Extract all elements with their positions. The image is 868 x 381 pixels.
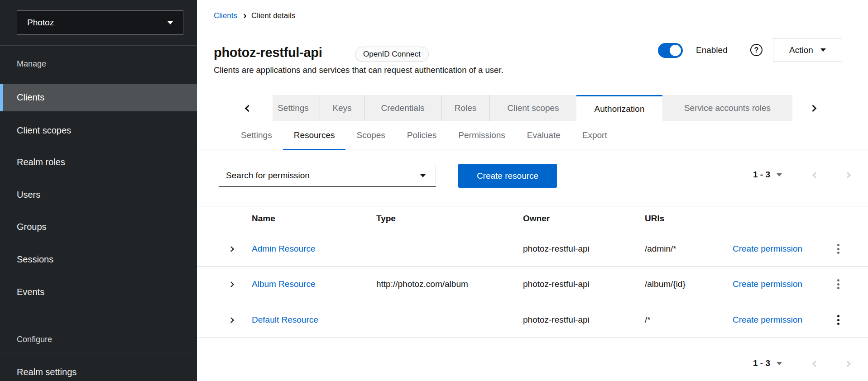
kebab-menu-icon[interactable]	[833, 302, 843, 338]
tab-service-accounts-roles[interactable]: Service accounts roles	[662, 95, 792, 121]
chevron-left-icon	[812, 361, 819, 367]
resource-name-link[interactable]: Admin Resource	[252, 232, 315, 266]
resource-owner: photoz-restful-api	[523, 302, 590, 338]
subtab-settings[interactable]: Settings	[230, 122, 283, 149]
enabled-label: Enabled	[696, 45, 728, 55]
page-title: photoz-restful-api	[214, 45, 322, 60]
sidebar-item-clients[interactable]: Clients	[0, 84, 197, 111]
main-tabs: Settings Keys Credentials Roles Client s…	[197, 95, 868, 121]
search-permission-select[interactable]: Search for permission	[219, 165, 436, 187]
tab-authorization[interactable]: Authorization	[576, 95, 662, 121]
breadcrumb-current: Client details	[251, 11, 295, 20]
resource-uris: /*	[645, 302, 651, 338]
table-header: Name Type Owner URIs	[197, 206, 868, 231]
tab-credentials[interactable]: Credentials	[364, 95, 441, 121]
table-row: Admin Resource photoz-restful-api /admin…	[197, 232, 868, 267]
sidebar: Photoz Manage Clients Client scopes Real…	[0, 0, 197, 381]
chevron-right-icon	[228, 281, 234, 287]
search-permission-value: Search for permission	[226, 171, 310, 181]
column-header-type: Type	[376, 206, 396, 231]
subtab-permissions[interactable]: Permissions	[447, 122, 516, 149]
toggle-knob-icon	[670, 45, 681, 56]
chevron-right-icon	[228, 317, 234, 323]
pagination-next-button[interactable]	[842, 358, 854, 370]
create-permission-link[interactable]: Create permission	[733, 267, 802, 302]
sidebar-section-configure: Configure	[17, 335, 52, 344]
tab-scroll-right-button[interactable]	[807, 95, 819, 121]
chevron-left-icon	[245, 105, 252, 112]
breadcrumb: Clients Client details	[214, 11, 295, 20]
sidebar-item-realm-settings[interactable]: Realm settings	[0, 358, 197, 381]
action-label: Action	[789, 45, 813, 55]
tab-scroll-left-button[interactable]	[242, 95, 254, 121]
client-description: Clients are applications and services th…	[214, 65, 504, 75]
chevron-right-icon	[844, 172, 851, 178]
pagination-next-button[interactable]	[842, 169, 854, 181]
table-row: Default Resource photoz-restful-api /* C…	[197, 302, 868, 338]
resource-name-link[interactable]: Default Resource	[252, 302, 318, 338]
tab-settings[interactable]: Settings	[273, 95, 320, 121]
create-resource-button[interactable]: Create resource	[458, 164, 557, 188]
row-expand-button[interactable]	[225, 302, 237, 338]
sidebar-section-manage: Manage	[17, 59, 46, 69]
enabled-toggle[interactable]	[658, 43, 683, 58]
kebab-menu-icon[interactable]	[833, 267, 843, 302]
sidebar-item-groups[interactable]: Groups	[0, 213, 197, 240]
pagination-prev-button[interactable]	[810, 358, 821, 370]
action-dropdown-button[interactable]: Action	[773, 38, 842, 62]
subtab-export[interactable]: Export	[571, 122, 618, 149]
resource-uris: /admin/*	[645, 232, 676, 266]
resource-owner: photoz-restful-api	[523, 232, 590, 266]
breadcrumb-chevron-icon	[242, 14, 247, 19]
help-icon[interactable]: ?	[750, 44, 762, 56]
chevron-down-icon	[820, 48, 826, 52]
chevron-down-icon	[777, 173, 782, 176]
sidebar-divider	[0, 353, 197, 353]
chevron-down-icon	[777, 362, 782, 365]
main-content: Clients Client details photoz-restful-ap…	[197, 0, 868, 381]
resource-type: http://photoz.com/album	[376, 267, 468, 302]
pagination-range-dropdown[interactable]: 1 - 3	[753, 358, 782, 368]
chevron-right-icon	[844, 361, 851, 367]
subtab-resources[interactable]: Resources	[283, 122, 346, 149]
protocol-badge: OpenID Connect	[355, 47, 429, 62]
chevron-right-icon	[809, 105, 816, 112]
column-header-uris: URIs	[645, 206, 664, 231]
subtab-evaluate[interactable]: Evaluate	[516, 122, 571, 149]
resource-owner: photoz-restful-api	[523, 267, 590, 302]
tab-keys[interactable]: Keys	[320, 95, 364, 121]
row-expand-button[interactable]	[225, 267, 237, 302]
realm-selector[interactable]: Photoz	[17, 10, 183, 35]
authorization-subtabs: Settings Resources Scopes Policies Permi…	[197, 122, 868, 149]
sidebar-item-client-scopes[interactable]: Client scopes	[0, 117, 197, 144]
tab-client-scopes[interactable]: Client scopes	[490, 95, 576, 121]
table-row: Album Resource http://photoz.com/album p…	[197, 267, 868, 302]
chevron-down-icon	[168, 21, 173, 24]
tab-roles[interactable]: Roles	[441, 95, 490, 121]
create-permission-link[interactable]: Create permission	[733, 302, 802, 338]
column-header-owner: Owner	[523, 206, 550, 231]
pagination-range-dropdown[interactable]: 1 - 3	[753, 170, 782, 180]
row-expand-button[interactable]	[225, 232, 237, 266]
sidebar-item-sessions[interactable]: Sessions	[0, 246, 197, 273]
create-permission-link[interactable]: Create permission	[733, 232, 802, 266]
resource-uris: /album/{id}	[645, 267, 686, 302]
subtab-scopes[interactable]: Scopes	[345, 122, 396, 149]
realm-selector-label: Photoz	[27, 18, 54, 28]
pagination-prev-button[interactable]	[810, 169, 821, 181]
sidebar-item-users[interactable]: Users	[0, 181, 197, 208]
sidebar-divider	[0, 78, 197, 78]
chevron-left-icon	[812, 172, 819, 178]
sidebar-divider	[0, 45, 197, 46]
column-header-name: Name	[252, 206, 275, 231]
chevron-down-icon	[420, 174, 426, 177]
subtab-policies[interactable]: Policies	[396, 122, 447, 149]
resource-name-link[interactable]: Album Resource	[252, 267, 315, 302]
sidebar-item-events[interactable]: Events	[0, 278, 197, 305]
chevron-right-icon	[228, 246, 234, 252]
kebab-menu-icon[interactable]	[833, 232, 843, 266]
breadcrumb-clients-link[interactable]: Clients	[214, 11, 237, 20]
sidebar-item-realm-roles[interactable]: Realm roles	[0, 148, 197, 176]
